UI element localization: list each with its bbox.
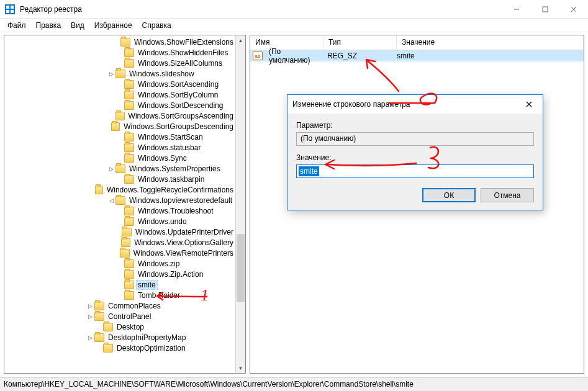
folder-icon (103, 344, 113, 353)
value-data: smite (392, 52, 420, 60)
dialog-title: Изменение строкового параметра (292, 100, 517, 109)
tree-item-label: Windows.SortGroupsAscending (127, 112, 235, 120)
menu-favorites[interactable]: Избранное (89, 20, 137, 31)
value-label: Значение: (296, 153, 534, 162)
tree-item[interactable]: Windows.StartScan (4, 132, 235, 142)
dialog-body: Параметр: (По умолчанию) Значение: smite… (287, 114, 543, 210)
maximize-button[interactable] (531, 0, 559, 18)
tree-item-label: Windows.zip (136, 259, 181, 268)
folder-icon (120, 249, 130, 258)
tree-item[interactable]: Windows.SortGroupsDescending (4, 121, 235, 132)
value-row-default[interactable]: ab (По умолчанию) REG_SZ smite (250, 50, 584, 61)
col-value[interactable]: Значение (397, 35, 584, 50)
col-type[interactable]: Тип (323, 35, 397, 50)
param-field: (По умолчанию) (296, 132, 534, 146)
tree-item[interactable]: Windows.Zip.Action (4, 269, 235, 279)
value-field[interactable]: smite (296, 164, 534, 178)
minimize-button[interactable] (502, 0, 531, 18)
ok-button[interactable]: ОК (422, 188, 476, 202)
registry-tree[interactable]: Windows.ShowFileExtensionsWindows.ShowHi… (4, 35, 235, 373)
tree-item-label: Windows.UpdatePrinterDriver (133, 228, 235, 236)
tree-item-label: Windows.Sync (136, 154, 189, 163)
tree-item[interactable]: Windows.SortDescending (4, 100, 235, 110)
tree-item[interactable]: Windows.SizeAllColumns (4, 58, 235, 68)
tree-item[interactable]: smite (4, 279, 235, 290)
tree-item[interactable]: Windows.Troubleshoot (4, 205, 235, 216)
folder-icon (115, 112, 125, 120)
scroll-up-icon[interactable]: ▲ (236, 35, 245, 45)
tree-scrollbar[interactable]: ▲ ▼ (235, 35, 245, 373)
folder-icon (124, 207, 134, 215)
tree-item[interactable]: Tomb Raider (4, 290, 235, 300)
tree-item[interactable]: ▷ControlPanel (4, 311, 235, 321)
tree-item-label: Windows.StartScan (136, 133, 205, 142)
folder-icon (124, 133, 134, 142)
tree-item-label: Windows.SortByColumn (136, 91, 220, 99)
folder-icon (115, 196, 125, 205)
tree-item[interactable]: Windows.SortByColumn (4, 89, 235, 100)
close-button[interactable] (559, 0, 588, 18)
tree-item[interactable]: Windows.SortGroupsAscending (4, 110, 235, 121)
tree-item[interactable]: Windows.UpdatePrinterDriver (4, 227, 235, 237)
tree-item[interactable]: ▷DesktopIniPropertyMap (4, 332, 235, 343)
folder-icon (124, 154, 134, 163)
statusbar: Компьютер\HKEY_LOCAL_MACHINE\SOFTWARE\Mi… (0, 377, 588, 391)
tree-item[interactable]: ▷Windows.SystemProperties (4, 163, 235, 174)
tree-item[interactable]: ▷Windows.slideshow (4, 68, 235, 79)
folder-icon (111, 122, 120, 131)
menu-edit[interactable]: Правка (31, 20, 66, 31)
folder-icon (124, 259, 134, 268)
tree-item-label: DesktopOptimization (115, 344, 188, 353)
tree-item-label: Windows.Zip.Action (136, 270, 205, 279)
folder-icon (124, 80, 134, 89)
dialog-close-button[interactable] (517, 96, 541, 113)
tree-item[interactable]: Windows.zip (4, 258, 235, 269)
tree-item[interactable]: Windows.ViewRemotePrinters (4, 248, 235, 258)
scroll-down-icon[interactable]: ▼ (236, 363, 245, 373)
tree-item[interactable]: Windows.View.OptionsGallery (4, 237, 235, 248)
statusbar-path: Компьютер\HKEY_LOCAL_MACHINE\SOFTWARE\Mi… (4, 380, 414, 389)
tree-item[interactable]: Windows.taskbarpin (4, 174, 235, 184)
folder-icon (124, 143, 134, 152)
value-name: (По умолчанию) (264, 47, 322, 65)
tree-item[interactable]: Windows.statusbar (4, 142, 235, 153)
chevron-right-icon[interactable]: ▷ (86, 313, 94, 320)
menu-view[interactable]: Вид (66, 20, 89, 31)
tree-item[interactable]: Windows.Sync (4, 153, 235, 163)
tree-item[interactable]: ◁Windows.topviewrestoredefault (4, 195, 235, 205)
tree-item[interactable]: Windows.ToggleRecycleConfirmations (4, 184, 235, 195)
cancel-button[interactable]: Отмена (481, 188, 534, 202)
tree-item[interactable]: Windows.SortAscending (4, 79, 235, 89)
chevron-right-icon[interactable]: ▷ (107, 166, 115, 172)
edit-string-dialog: Изменение строкового параметра Параметр:… (287, 94, 543, 210)
tree-item-label: Windows.taskbarpin (136, 175, 206, 184)
tree-item[interactable]: Desktop (4, 321, 235, 332)
folder-icon (124, 217, 134, 226)
chevron-right-icon[interactable]: ▷ (86, 303, 94, 309)
menu-file[interactable]: Файл (2, 20, 31, 31)
tree-item[interactable]: Windows.ShowHiddenFiles (4, 47, 235, 58)
tree-item[interactable]: Windows.ShowFileExtensions (4, 37, 235, 47)
chevron-left-icon[interactable]: ◁ (107, 197, 115, 204)
chevron-right-icon[interactable]: ▷ (107, 71, 115, 77)
tree-item[interactable]: DesktopOptimization (4, 343, 235, 353)
tree-item-label: Windows.SortGroupsDescending (122, 122, 235, 131)
svg-rect-1 (11, 6, 14, 9)
tree-item[interactable]: ▷CommonPlaces (4, 300, 235, 311)
tree-item-label: Windows.statusbar (136, 143, 202, 152)
tree-item-label: Windows.undo (136, 217, 189, 226)
regedit-icon (5, 4, 15, 14)
scrollbar-thumb[interactable] (237, 234, 245, 302)
svg-rect-5 (543, 7, 548, 12)
tree-item-label: smite (136, 280, 158, 290)
folder-icon (124, 175, 134, 184)
folder-icon (124, 270, 134, 279)
tree-item-label: Desktop (115, 323, 146, 331)
folder-icon (121, 238, 131, 247)
tree-item[interactable]: Windows.undo (4, 216, 235, 227)
value-type: REG_SZ (322, 52, 392, 60)
dialog-titlebar[interactable]: Изменение строкового параметра (287, 95, 543, 114)
menu-help[interactable]: Справка (137, 20, 176, 31)
chevron-right-icon[interactable]: ▷ (86, 335, 94, 341)
folder-icon (94, 312, 104, 321)
